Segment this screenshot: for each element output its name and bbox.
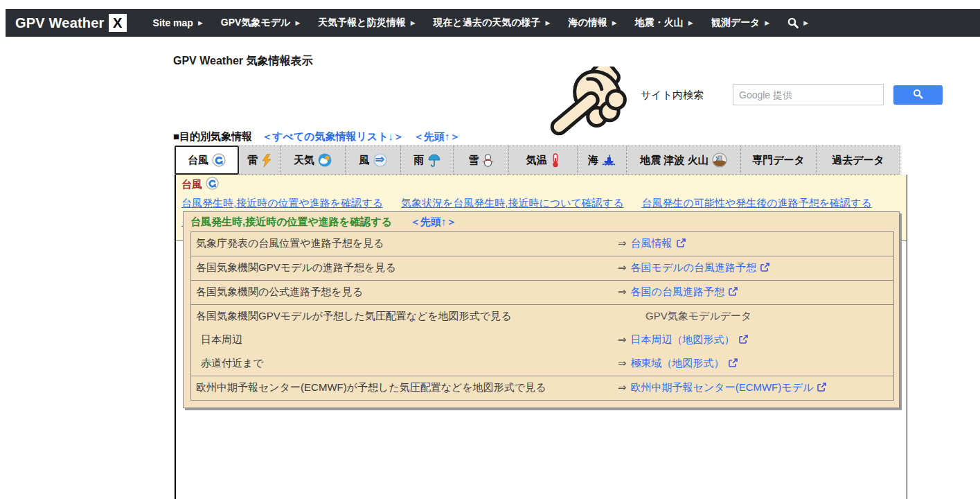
menu-label: GPV気象モデル [221,17,291,29]
tab-label: 雨 [414,154,425,167]
external-link-icon [729,358,738,369]
search-icon [787,17,799,28]
chevron-right-icon: ▶ [803,19,808,26]
menu-label: 観測データ [711,17,760,29]
thermometer-icon [551,153,560,168]
menu-label: 天気予報と防災情報 [318,17,405,29]
typhoon-icon [206,177,219,192]
tab-rain[interactable]: 雨 [401,146,454,175]
link-ecmwf-model[interactable]: 欧州中期予報センター(ECMWF)モデル [631,381,827,394]
menu-item-gpv-model[interactable]: GPV気象モデル ▶ [221,17,300,29]
link-label: 各国モデルの台風進路予想 [631,261,756,274]
link-label: 日本周辺（地図形式） [631,333,735,347]
tab-typhoon[interactable]: 台風 [175,146,239,175]
menu-item-observation-data[interactable]: 観測データ ▶ [711,17,770,29]
link-model-typhoon-track[interactable]: 各国モデルの台風進路予想 [631,261,769,274]
menu-item-forecast-disaster[interactable]: 天気予報と防災情報 ▶ [318,17,415,29]
external-link-icon [729,286,738,298]
table-row: 欧州中期予報センター(ECMWF)が予想した気圧配置などを地図形式で見る ⇒ 欧… [191,376,893,400]
category-label: 台風 [181,178,202,191]
external-link-icon [677,238,686,250]
anchor-link-genesis-forecast[interactable]: 台風発生の可能性や発生後の進路予想を確認する [642,197,872,210]
lightning-icon [262,154,271,167]
link-japan-area-map[interactable]: 日本周辺（地図形式） [631,333,748,347]
row-description: 気象庁発表の台風位置や進路予想を見る [191,232,618,256]
row-link-cell: ⇒ 各国の台風進路予想 [618,281,893,304]
table-body: 気象庁発表の台風位置や進路予想を見る ⇒ 台風情報 各国気象機関GPVモデルの進… [190,231,894,401]
wind-icon [373,153,387,167]
typhoon-content-panel: 台風 台風発生時,接近時の位置や進路を確認する 気象状況を台風発生時,接近時につ… [175,175,907,499]
menu-item-search[interactable]: ▶ [787,17,808,28]
tab-earthquake-tsunami-volcano[interactable]: 地震 津波 火山 [627,146,741,175]
link-label: 台風情報 [631,237,672,250]
ship-icon [602,154,616,166]
table-row-group: 各国気象機関GPVモデルが予想した気圧配置などを地図形式で見る GPV気象モデル… [191,304,893,376]
tab-past-data[interactable]: 過去データ [817,146,900,175]
menu-item-sea-info[interactable]: 海の情報 ▶ [568,17,616,29]
x-twitter-icon[interactable]: X [109,14,127,32]
typhoon-info-table: 台風発生時,接近時の位置や進路を確認する ＜先頭↑＞ 気象庁発表の台風位置や進路… [183,211,900,408]
row-description: 各国気象機関の公式進路予想を見る [191,281,618,304]
external-link-icon [739,334,748,346]
tab-label: 台風 [188,154,208,167]
anchor-link-position-course[interactable]: 台風発生時,接近時の位置や進路を確認する [181,197,383,210]
group-subrow: 赤道付近まで ⇒ 極東域（地図形式） [191,352,893,376]
page-top-link[interactable]: ＜先頭↑＞ [413,130,461,143]
menu-label: Site map [153,17,193,28]
row-description: 各国気象機関GPVモデルの進路予想を見る [191,256,618,280]
tab-weather[interactable]: 天気 [280,146,346,175]
double-arrow-icon: ⇒ [618,381,627,394]
tab-temperature[interactable]: 気温 [509,146,578,175]
tab-sea[interactable]: 海 [578,146,627,175]
chevron-right-icon: ▶ [198,19,203,26]
category-heading: 台風 [181,177,901,192]
double-arrow-icon: ⇒ [618,286,627,298]
chevron-right-icon: ▶ [411,19,416,26]
row-link-cell: ⇒ 欧州中期予報センター(ECMWF)モデル [618,376,893,400]
tab-label: 風 [359,154,370,167]
tab-wind[interactable]: 風 [346,146,401,175]
menu-item-earthquake-volcano[interactable]: 地震・火山 ▶ [635,17,693,29]
table-title: 台風発生時,接近時の位置や進路を確認する [190,216,392,227]
site-search-label: サイト内検索 [641,89,704,102]
table-row: 気象庁発表の台風位置や進路予想を見る ⇒ 台風情報 [191,232,893,256]
site-search-input[interactable] [733,84,884,105]
tab-label: 過去データ [832,154,884,167]
row-description: 欧州中期予報センター(ECMWF)が予想した気圧配置などを地図形式で見る [191,376,618,400]
anchor-links-row: 台風発生時,接近時の位置や進路を確認する 気象状況を台風発生時,接近時について確… [181,197,901,210]
all-weather-list-link[interactable]: ＜すべての気象情報リスト↓＞ [262,130,404,143]
chevron-right-icon: ▶ [546,19,551,26]
external-link-icon [760,262,769,274]
double-arrow-icon: ⇒ [618,333,627,346]
link-far-east-map[interactable]: 極東域（地図形式） [631,357,738,370]
typhoon-icon [212,153,226,167]
row-link-cell: ⇒ 台風情報 [618,232,893,256]
umbrella-icon [428,154,440,167]
tab-thunder[interactable]: 雷 [239,146,280,175]
tab-label: 雪 [468,154,479,167]
tab-label: 気温 [526,154,547,167]
sun-cloud-icon [318,153,332,167]
pointing-hand-illustration [540,67,629,151]
group-line: 各国気象機関GPVモデルが予想した気圧配置などを地図形式で見る GPV気象モデル… [191,305,893,329]
brand-logo[interactable]: GPV Weather [15,15,105,31]
menu-item-sitemap[interactable]: Site map ▶ [153,17,203,28]
tab-label: 地震 津波 火山 [640,154,708,167]
table-top-link[interactable]: ＜先頭↑＞ [410,216,457,227]
row-link-cell: ⇒ 各国モデルの台風進路予想 [618,256,893,280]
row-link-cell: ⇒ 極東域（地図形式） [618,352,893,376]
tab-specialized-data[interactable]: 専門データ [741,146,817,175]
anchor-link-weather-conditions[interactable]: 気象状況を台風発生時,接近時について確認する [401,197,624,210]
menu-label: 現在と過去の天気の様子 [434,17,541,29]
external-link-icon [817,382,826,394]
site-search-button[interactable] [893,85,943,105]
chevron-right-icon: ▶ [765,19,769,26]
top-navigation-bar: GPV Weather X Site map ▶ GPV気象モデル ▶ 天気予報… [6,9,980,37]
link-official-typhoon-track[interactable]: 各国の台風進路予想 [631,286,738,299]
menu-item-current-past-weather[interactable]: 現在と過去の天気の様子 ▶ [434,17,551,29]
tab-label: 天気 [294,154,314,167]
group-subrow: 日本周辺 ⇒ 日本周辺（地図形式） [191,329,893,352]
tab-label: 専門データ [752,154,805,167]
link-typhoon-info[interactable]: 台風情報 [631,237,686,250]
tab-snow[interactable]: 雪 [454,146,509,175]
